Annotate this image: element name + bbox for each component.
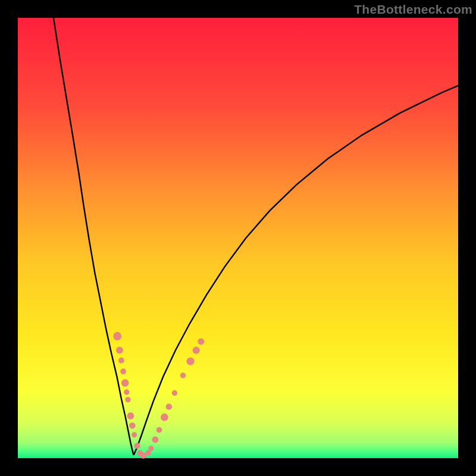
marker-dot bbox=[120, 368, 126, 374]
marker-dot bbox=[152, 436, 158, 443]
marker-dot bbox=[134, 443, 140, 449]
watermark-label: TheBottleneck.com bbox=[354, 2, 472, 17]
marker-dot bbox=[148, 446, 154, 451]
marker-dot bbox=[172, 390, 177, 396]
marker-dot bbox=[127, 412, 134, 419]
marker-dot bbox=[187, 358, 195, 365]
marker-dot bbox=[124, 389, 129, 394]
marker-dot bbox=[166, 403, 173, 410]
marker-dot bbox=[125, 397, 130, 402]
marker-dot bbox=[131, 432, 137, 437]
plot-area bbox=[18, 18, 458, 458]
marker-dot bbox=[129, 422, 136, 429]
marker-dot bbox=[116, 347, 123, 354]
curve-left-branch bbox=[54, 18, 134, 455]
marker-dot bbox=[180, 372, 186, 378]
marker-dot bbox=[198, 338, 204, 345]
marker-dot bbox=[156, 427, 162, 433]
marker-dot bbox=[118, 358, 124, 364]
curve-right-branch bbox=[134, 86, 458, 455]
marker-group bbox=[113, 332, 204, 459]
marker-dot bbox=[193, 347, 200, 354]
marker-dot bbox=[121, 379, 129, 387]
chart-stage: TheBottleneck.com bbox=[0, 0, 476, 476]
marker-dot bbox=[161, 414, 168, 421]
marker-dot bbox=[113, 332, 121, 340]
curve-layer bbox=[18, 18, 458, 458]
